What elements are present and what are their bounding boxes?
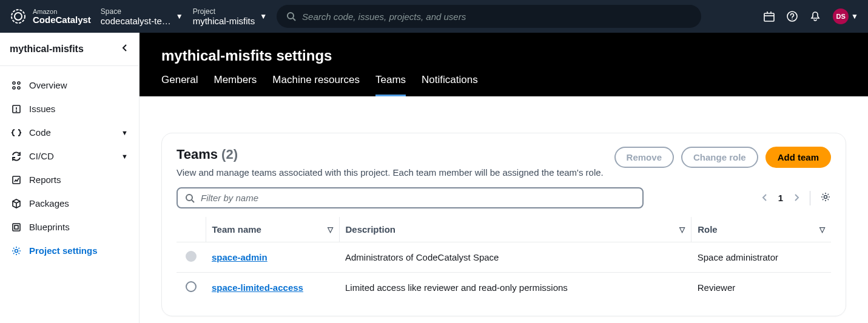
nav-label: Reports	[29, 175, 61, 185]
tab-notifications[interactable]: Notifications	[422, 74, 478, 96]
sidebar-collapse-icon[interactable]	[121, 44, 129, 55]
project-label: Project	[193, 7, 255, 16]
svg-point-10	[13, 82, 15, 84]
notifications-icon[interactable]	[810, 11, 821, 22]
team-link[interactable]: space-admin	[212, 252, 267, 262]
sidebar-item-cicd[interactable]: CI/CD ▼	[0, 144, 139, 168]
caret-down-icon: ▼	[260, 12, 267, 21]
svg-point-23	[824, 195, 827, 198]
cicd-icon	[11, 152, 22, 161]
teams-table: Team name▽ Description▽ Role▽	[177, 217, 831, 302]
global-search[interactable]	[277, 5, 701, 28]
space-selector[interactable]: Space codecatalyst-te… ▼	[101, 7, 183, 26]
sidebar-item-blueprints[interactable]: Blueprints	[0, 215, 139, 239]
main-content: mythical-misfits settings General Member…	[140, 33, 868, 323]
caret-down-icon: ▼	[851, 12, 858, 21]
apps-icon[interactable]	[764, 11, 775, 22]
sidebar-item-issues[interactable]: Issues	[0, 97, 139, 121]
packages-icon	[11, 199, 22, 208]
divider	[810, 191, 810, 205]
column-team-name[interactable]: Team name▽	[206, 217, 339, 242]
search-input[interactable]	[302, 12, 691, 22]
settings-icon	[11, 246, 22, 256]
sidebar-item-project-settings[interactable]: Project settings	[0, 239, 139, 262]
tab-teams[interactable]: Teams	[375, 74, 406, 96]
row-radio[interactable]	[186, 281, 197, 292]
project-value: mythical-misfits	[193, 16, 255, 26]
search-icon	[286, 12, 296, 21]
code-icon	[11, 128, 22, 138]
table-settings-icon[interactable]	[820, 191, 831, 205]
next-page-icon[interactable]	[793, 193, 800, 204]
svg-point-21	[186, 195, 192, 201]
expand-icon: ▼	[121, 129, 128, 136]
team-description: Limited access like reviewer and read-on…	[339, 273, 691, 303]
svg-point-0	[12, 10, 25, 23]
help-icon[interactable]	[787, 11, 798, 22]
nav-label: Issues	[29, 104, 55, 114]
sidebar-item-code[interactable]: Code ▼	[0, 121, 139, 144]
team-role: Space administrator	[691, 242, 831, 273]
tab-machine-resources[interactable]: Machine resources	[272, 74, 360, 96]
change-role-button[interactable]: Change role	[681, 147, 758, 168]
filter-field[interactable]	[177, 187, 644, 208]
tab-members[interactable]: Members	[214, 74, 257, 96]
column-select	[177, 217, 206, 242]
svg-point-20	[15, 249, 18, 252]
team-link[interactable]: space-limited-access	[212, 282, 303, 293]
sidebar-item-overview[interactable]: Overview	[0, 73, 139, 97]
blueprints-icon	[11, 222, 22, 232]
space-label: Space	[101, 7, 171, 16]
nav-label: Overview	[29, 80, 67, 90]
column-description[interactable]: Description▽	[339, 217, 691, 242]
page-tabs: General Members Machine resources Teams …	[161, 74, 846, 96]
svg-point-13	[18, 87, 20, 89]
svg-rect-4	[764, 13, 774, 21]
svg-line-22	[192, 200, 194, 202]
nav-label: Blueprints	[29, 222, 70, 232]
sidebar-item-reports[interactable]: Reports	[0, 168, 139, 191]
nav-label: CI/CD	[29, 151, 54, 161]
remove-button[interactable]: Remove	[614, 147, 674, 168]
panel-title: Teams	[177, 147, 218, 162]
overview-icon	[11, 81, 22, 90]
sidebar-item-packages[interactable]: Packages	[0, 191, 139, 215]
nav-label: Project settings	[29, 245, 98, 256]
panel-count: (2)	[221, 147, 238, 162]
page-number: 1	[778, 193, 783, 203]
table-row: space-limited-access Limited access like…	[177, 273, 831, 303]
sort-icon: ▽	[679, 225, 685, 234]
user-menu[interactable]: DS ▼	[833, 8, 858, 24]
tab-general[interactable]: General	[161, 74, 198, 96]
filter-input[interactable]	[201, 193, 635, 203]
sidebar-title: mythical-misfits	[10, 44, 84, 55]
avatar: DS	[833, 8, 849, 24]
add-team-button[interactable]: Add team	[765, 147, 831, 168]
sort-icon: ▽	[819, 225, 825, 234]
logo[interactable]: Amazon CodeCatalyst	[10, 8, 91, 25]
svg-rect-19	[15, 225, 18, 229]
svg-point-8	[787, 12, 797, 21]
page-header: mythical-misfits settings General Member…	[140, 33, 868, 96]
svg-point-16	[16, 111, 17, 112]
svg-point-2	[288, 13, 294, 19]
pagination: 1	[761, 191, 831, 205]
column-role[interactable]: Role▽	[691, 217, 831, 242]
svg-point-11	[18, 82, 20, 84]
panel-description: View and manage teams associated with th…	[177, 167, 605, 178]
brand-name: CodeCatalyst	[33, 15, 91, 25]
expand-icon: ▼	[121, 153, 128, 160]
prev-page-icon[interactable]	[761, 193, 769, 204]
row-radio[interactable]	[186, 251, 197, 262]
codecatalyst-logo-icon	[10, 8, 27, 25]
teams-panel: Teams (2) View and manage teams associat…	[161, 133, 846, 316]
svg-point-12	[13, 87, 15, 89]
reports-icon	[11, 175, 22, 185]
svg-point-1	[15, 13, 22, 20]
team-description: Administrators of CodeCatalyst Space	[339, 242, 691, 273]
top-nav: Amazon CodeCatalyst Space codecatalyst-t…	[0, 0, 868, 33]
sidebar: mythical-misfits Overview Issues Code ▼ …	[0, 33, 140, 323]
nav-label: Code	[29, 127, 51, 138]
project-selector[interactable]: Project mythical-misfits ▼	[193, 7, 267, 26]
brand-top: Amazon	[33, 8, 91, 15]
